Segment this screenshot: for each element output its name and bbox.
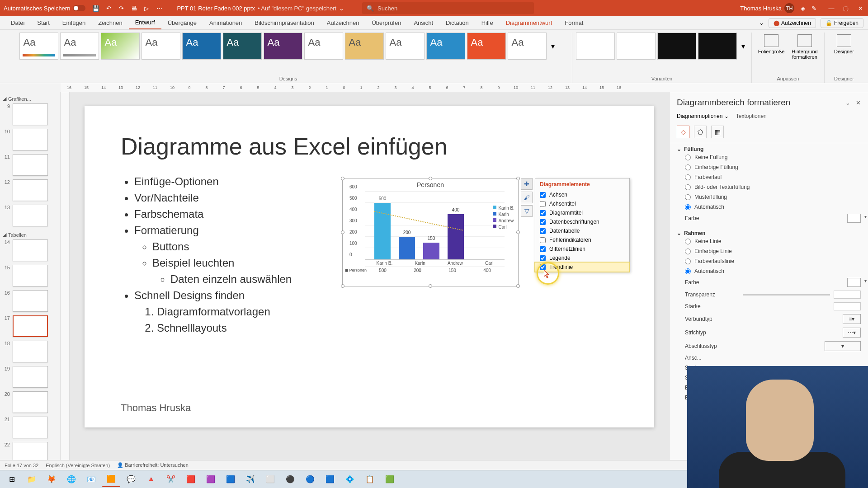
theme-thumb[interactable]: Aa bbox=[101, 33, 140, 60]
theme-thumb[interactable]: Aa bbox=[60, 33, 99, 60]
section-border[interactable]: ⌄ Rahmen bbox=[677, 230, 861, 236]
flyout-item[interactable]: Datentabelle bbox=[535, 226, 629, 235]
pane-options-icon[interactable]: ⌄ bbox=[845, 99, 850, 106]
variant-thumb[interactable] bbox=[657, 33, 696, 60]
tab-text-options[interactable]: Textoptionen bbox=[736, 113, 767, 121]
chrome-icon[interactable]: 🌐 bbox=[62, 472, 80, 487]
join-type[interactable]: Ansc... bbox=[677, 353, 861, 363]
fill-line-icon[interactable]: ◇ bbox=[677, 126, 689, 138]
tab-chart-options[interactable]: Diagrammoptionen ⌄ bbox=[677, 113, 729, 121]
theme-thumb[interactable]: Aa bbox=[304, 33, 343, 60]
variant-thumb[interactable] bbox=[617, 33, 656, 60]
radio-gradient-line[interactable]: Farbverlaufslinie bbox=[677, 256, 861, 266]
width-input[interactable]: Stärke bbox=[677, 300, 861, 312]
slide-thumbnail[interactable]: 17 bbox=[2, 315, 58, 337]
tab-ueberpruefen[interactable]: Überprüfen bbox=[365, 17, 407, 29]
flyout-item[interactable]: Achsen bbox=[535, 190, 629, 199]
slide-size-button[interactable]: Foliengröße bbox=[755, 33, 787, 54]
tab-praesentation[interactable]: Bildschirmpräsentation bbox=[248, 17, 321, 29]
compound-type[interactable]: Verbundtyp≡▾ bbox=[677, 312, 861, 326]
variant-thumb[interactable] bbox=[698, 33, 737, 60]
language-indicator[interactable]: Englisch (Vereinigte Staaten) bbox=[46, 463, 110, 468]
cap-type[interactable]: Abschlusstyp▾ bbox=[677, 339, 861, 353]
app-icon[interactable]: 💬 bbox=[122, 472, 140, 487]
maximize-icon[interactable]: ▢ bbox=[842, 5, 850, 12]
tab-animationen[interactable]: Animationen bbox=[203, 17, 248, 29]
app-icon[interactable]: 📋 bbox=[361, 472, 379, 487]
search-input[interactable] bbox=[377, 5, 529, 12]
radio-gradient-fill[interactable]: Farbverlauf bbox=[677, 172, 861, 182]
app-icon[interactable]: 🟥 bbox=[182, 472, 200, 487]
border-color-picker[interactable]: Farbe bbox=[677, 276, 861, 289]
chart-filters-button[interactable]: ▽ bbox=[521, 205, 533, 217]
radio-no-line[interactable]: Keine Linie bbox=[677, 236, 861, 246]
quickprint-icon[interactable]: 🖶 bbox=[130, 4, 138, 12]
theme-thumb[interactable]: Aa bbox=[508, 33, 547, 60]
firefox-icon[interactable]: 🦊 bbox=[42, 472, 61, 487]
slideshow-icon[interactable]: ▷ bbox=[142, 4, 151, 12]
flyout-item[interactable]: Achsentitel bbox=[535, 199, 629, 208]
draw-icon[interactable]: ✎ bbox=[811, 5, 816, 12]
obs-icon[interactable]: ⚫ bbox=[281, 472, 299, 487]
record-button[interactable]: ⬤Aufzeichnen bbox=[769, 18, 816, 28]
radio-no-fill[interactable]: Keine Füllung bbox=[677, 152, 861, 162]
radio-auto-line[interactable]: Automatisch bbox=[677, 266, 861, 276]
tab-datei[interactable]: Datei bbox=[5, 17, 31, 29]
tab-ansicht[interactable]: Ansicht bbox=[407, 17, 439, 29]
onenote-icon[interactable]: 🟪 bbox=[202, 472, 220, 487]
slide-canvas[interactable]: Diagramme aus Excel einfügen Einfüge-Opt… bbox=[85, 106, 654, 427]
outlook-icon[interactable]: 📧 bbox=[82, 472, 100, 487]
gallery-more-icon[interactable]: ▾ bbox=[548, 42, 557, 51]
save-icon[interactable]: 💾 bbox=[92, 4, 100, 12]
chart-elements-button[interactable]: ✚ bbox=[521, 178, 533, 190]
format-background-button[interactable]: Hintergrund formatieren bbox=[789, 33, 821, 60]
tab-dictation[interactable]: Dictation bbox=[439, 17, 475, 29]
tab-zeichnen[interactable]: Zeichnen bbox=[92, 17, 128, 29]
vlc-icon[interactable]: 🔺 bbox=[142, 472, 160, 487]
slide-thumbnail[interactable]: 10 bbox=[2, 129, 58, 150]
explorer-icon[interactable]: 📁 bbox=[23, 472, 41, 487]
slide-thumbnail[interactable]: 16 bbox=[2, 290, 58, 312]
pane-close-icon[interactable]: ✕ bbox=[856, 99, 861, 106]
undo-icon[interactable]: ↶ bbox=[104, 4, 113, 12]
slide-thumbnail[interactable]: 13 bbox=[2, 205, 58, 226]
qat-more-icon[interactable]: ⋯ bbox=[155, 4, 163, 12]
theme-thumb[interactable]: Aa bbox=[182, 33, 221, 60]
radio-picture-fill[interactable]: Bild- oder Texturfüllung bbox=[677, 182, 861, 192]
dash-type[interactable]: Strichtyp⋯▾ bbox=[677, 326, 861, 339]
flyout-item[interactable]: Gitternetzlinien bbox=[535, 244, 629, 253]
zoom-icon[interactable]: 🟦 bbox=[321, 472, 339, 487]
section-header[interactable]: ◢ Grafiken... bbox=[2, 94, 58, 103]
slide-counter[interactable]: Folie 17 von 32 bbox=[5, 463, 38, 468]
theme-thumb[interactable]: Aa bbox=[264, 33, 302, 60]
slide-panel[interactable]: ◢ Grafiken... 910111213 ◢ Tabellen 14151… bbox=[0, 92, 61, 460]
variant-thumb[interactable] bbox=[576, 33, 615, 60]
tab-entwurf[interactable]: Entwurf bbox=[129, 16, 161, 29]
collapse-ribbon-icon[interactable]: ⌄ bbox=[759, 19, 764, 26]
slide-thumbnail[interactable]: 19 bbox=[2, 366, 58, 388]
telegram-icon[interactable]: ✈️ bbox=[241, 472, 259, 487]
radio-solid-fill[interactable]: Einfarbige Füllung bbox=[677, 162, 861, 172]
tab-aufzeichnen[interactable]: Aufzeichnen bbox=[321, 17, 366, 29]
snip-icon[interactable]: ✂️ bbox=[162, 472, 180, 487]
variants-gallery[interactable]: ▾ bbox=[576, 33, 748, 60]
gallery-more-icon[interactable]: ▾ bbox=[739, 42, 748, 51]
radio-pattern-fill[interactable]: Musterfüllung bbox=[677, 192, 861, 202]
autosave-toggle[interactable]: Automatisches Speichern bbox=[4, 5, 85, 12]
tab-diagrammentwurf[interactable]: Diagrammentwurf bbox=[500, 17, 559, 29]
theme-thumb[interactable]: Aa bbox=[467, 33, 506, 60]
coming-soon-icon[interactable]: ◈ bbox=[801, 5, 805, 12]
slide-thumbnail[interactable]: 15 bbox=[2, 265, 58, 286]
radio-auto-fill[interactable]: Automatisch bbox=[677, 202, 861, 212]
chart-object[interactable]: Personen 0100200300400500600500200150400… bbox=[342, 178, 519, 286]
user-account[interactable]: Thomas Hruska TH bbox=[740, 3, 794, 13]
slide-thumbnail[interactable]: 20 bbox=[2, 391, 58, 413]
close-icon[interactable]: ✕ bbox=[856, 5, 864, 12]
flyout-item[interactable]: Fehlerindikatoren bbox=[535, 235, 629, 244]
tab-hilfe[interactable]: Hilfe bbox=[475, 17, 500, 29]
tab-uebergaenge[interactable]: Übergänge bbox=[161, 17, 203, 29]
chevron-down-icon[interactable]: ⌄ bbox=[339, 5, 344, 12]
effects-icon[interactable]: ⬠ bbox=[694, 126, 707, 138]
color-picker[interactable]: Farbe bbox=[677, 212, 861, 225]
theme-thumb[interactable]: Aa bbox=[426, 33, 465, 60]
